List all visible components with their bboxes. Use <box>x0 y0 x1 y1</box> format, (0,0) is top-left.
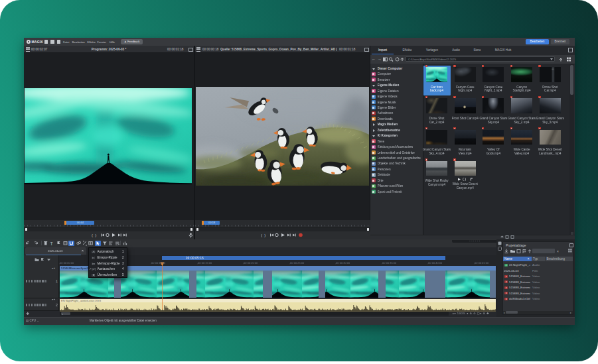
svg-text:( ): ( ) <box>463 178 466 181</box>
svg-text:( ): ( ) <box>92 233 96 237</box>
svg-text:( ): ( ) <box>261 233 265 237</box>
svg-text:T: T <box>50 241 54 246</box>
